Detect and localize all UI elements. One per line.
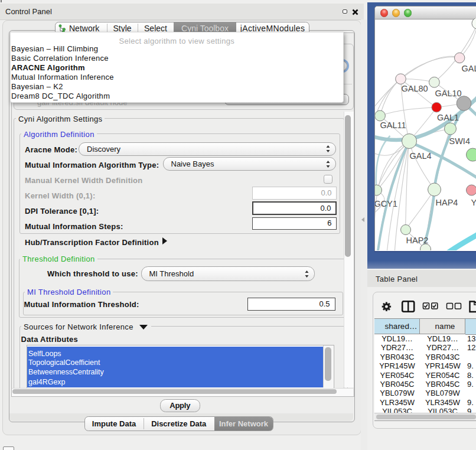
svg-text:GAL4: GAL4 xyxy=(409,151,431,161)
svg-text:SWI4: SWI4 xyxy=(449,136,470,146)
svg-text:GAL10: GAL10 xyxy=(435,89,461,98)
svg-text:GCY1: GCY1 xyxy=(375,199,397,208)
svg-text:GAL2: GAL2 xyxy=(461,64,476,73)
svg-text:HAP4: HAP4 xyxy=(435,198,458,207)
svg-text:GAL11: GAL11 xyxy=(380,120,406,130)
svg-text:GAL80: GAL80 xyxy=(401,84,428,93)
svg-text:Y: Y xyxy=(471,198,476,207)
svg-text:HAP2: HAP2 xyxy=(406,236,428,245)
svg-text:GAL1: GAL1 xyxy=(437,113,459,122)
